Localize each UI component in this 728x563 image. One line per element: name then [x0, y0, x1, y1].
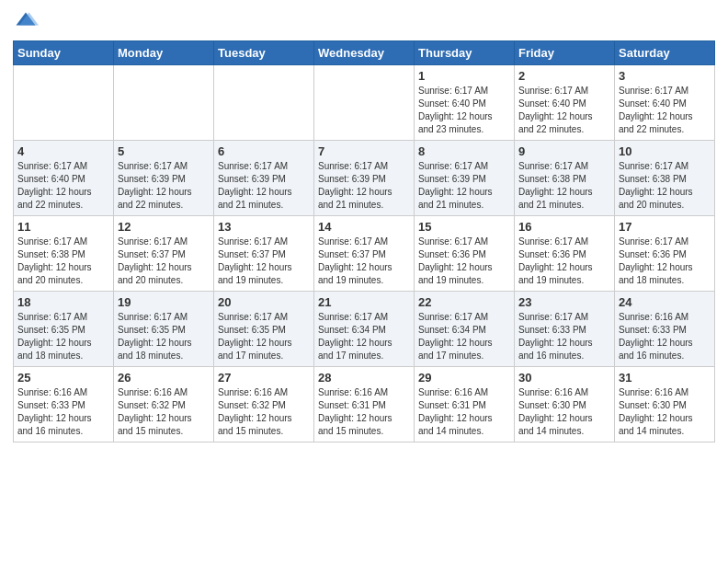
day-number: 30	[518, 371, 610, 385]
day-number: 7	[318, 144, 410, 158]
day-number: 1	[418, 69, 510, 83]
week-row-4: 25Sunrise: 6:16 AM Sunset: 6:33 PM Dayli…	[14, 367, 715, 442]
day-info: Sunrise: 6:17 AM Sunset: 6:36 PM Dayligh…	[518, 236, 610, 287]
empty-cell	[314, 65, 415, 141]
day-number: 24	[619, 295, 711, 309]
header	[13, 9, 715, 35]
day-number: 20	[218, 295, 310, 309]
day-info: Sunrise: 6:17 AM Sunset: 6:40 PM Dayligh…	[418, 85, 510, 136]
week-row-0: 1Sunrise: 6:17 AM Sunset: 6:40 PM Daylig…	[14, 65, 715, 141]
day-info: Sunrise: 6:17 AM Sunset: 6:40 PM Dayligh…	[518, 85, 610, 136]
day-info: Sunrise: 6:17 AM Sunset: 6:39 PM Dayligh…	[418, 160, 510, 212]
day-info: Sunrise: 6:17 AM Sunset: 6:36 PM Dayligh…	[418, 236, 510, 287]
logo-icon	[13, 9, 39, 35]
day-info: Sunrise: 6:17 AM Sunset: 6:40 PM Dayligh…	[619, 85, 711, 136]
day-cell-21: 21Sunrise: 6:17 AM Sunset: 6:34 PM Dayli…	[314, 292, 415, 367]
day-info: Sunrise: 6:17 AM Sunset: 6:35 PM Dayligh…	[17, 311, 109, 362]
day-number: 5	[118, 144, 210, 158]
day-info: Sunrise: 6:16 AM Sunset: 6:33 PM Dayligh…	[17, 386, 109, 438]
day-info: Sunrise: 6:17 AM Sunset: 6:39 PM Dayligh…	[118, 160, 210, 212]
day-number: 21	[318, 295, 410, 309]
day-cell-11: 11Sunrise: 6:17 AM Sunset: 6:38 PM Dayli…	[14, 216, 114, 292]
day-number: 14	[318, 220, 410, 234]
day-cell-6: 6Sunrise: 6:17 AM Sunset: 6:39 PM Daylig…	[214, 141, 314, 216]
weekday-friday: Friday	[515, 41, 615, 65]
day-number: 18	[17, 295, 109, 309]
week-row-2: 11Sunrise: 6:17 AM Sunset: 6:38 PM Dayli…	[14, 216, 715, 292]
day-info: Sunrise: 6:16 AM Sunset: 6:30 PM Dayligh…	[518, 386, 610, 438]
weekday-monday: Monday	[114, 41, 214, 65]
day-info: Sunrise: 6:16 AM Sunset: 6:31 PM Dayligh…	[318, 386, 410, 438]
week-row-3: 18Sunrise: 6:17 AM Sunset: 6:35 PM Dayli…	[14, 292, 715, 367]
day-cell-2: 2Sunrise: 6:17 AM Sunset: 6:40 PM Daylig…	[515, 65, 615, 141]
day-number: 13	[218, 220, 310, 234]
day-info: Sunrise: 6:17 AM Sunset: 6:38 PM Dayligh…	[619, 160, 711, 212]
empty-cell	[114, 65, 214, 141]
day-cell-30: 30Sunrise: 6:16 AM Sunset: 6:30 PM Dayli…	[515, 367, 615, 442]
day-cell-4: 4Sunrise: 6:17 AM Sunset: 6:40 PM Daylig…	[14, 141, 114, 216]
day-cell-12: 12Sunrise: 6:17 AM Sunset: 6:37 PM Dayli…	[114, 216, 214, 292]
day-info: Sunrise: 6:16 AM Sunset: 6:31 PM Dayligh…	[418, 386, 510, 438]
weekday-saturday: Saturday	[615, 41, 715, 65]
day-cell-31: 31Sunrise: 6:16 AM Sunset: 6:30 PM Dayli…	[615, 367, 715, 442]
day-cell-27: 27Sunrise: 6:16 AM Sunset: 6:32 PM Dayli…	[214, 367, 314, 442]
day-info: Sunrise: 6:17 AM Sunset: 6:34 PM Dayligh…	[318, 311, 410, 362]
day-info: Sunrise: 6:17 AM Sunset: 6:39 PM Dayligh…	[218, 160, 310, 212]
week-row-1: 4Sunrise: 6:17 AM Sunset: 6:40 PM Daylig…	[14, 141, 715, 216]
day-cell-3: 3Sunrise: 6:17 AM Sunset: 6:40 PM Daylig…	[615, 65, 715, 141]
day-number: 28	[318, 371, 410, 385]
day-number: 26	[118, 371, 210, 385]
day-number: 17	[619, 220, 711, 234]
day-cell-9: 9Sunrise: 6:17 AM Sunset: 6:38 PM Daylig…	[515, 141, 615, 216]
day-number: 27	[218, 371, 310, 385]
day-number: 6	[218, 144, 310, 158]
day-cell-13: 13Sunrise: 6:17 AM Sunset: 6:37 PM Dayli…	[214, 216, 314, 292]
weekday-thursday: Thursday	[415, 41, 515, 65]
day-number: 22	[418, 295, 510, 309]
empty-cell	[214, 65, 314, 141]
day-number: 4	[17, 144, 109, 158]
day-info: Sunrise: 6:16 AM Sunset: 6:32 PM Dayligh…	[118, 386, 210, 438]
day-cell-23: 23Sunrise: 6:17 AM Sunset: 6:33 PM Dayli…	[515, 292, 615, 367]
day-info: Sunrise: 6:17 AM Sunset: 6:37 PM Dayligh…	[318, 236, 410, 287]
day-info: Sunrise: 6:17 AM Sunset: 6:40 PM Dayligh…	[17, 160, 109, 212]
day-info: Sunrise: 6:17 AM Sunset: 6:33 PM Dayligh…	[518, 311, 610, 362]
weekday-header-row: SundayMondayTuesdayWednesdayThursdayFrid…	[14, 41, 715, 65]
day-info: Sunrise: 6:17 AM Sunset: 6:39 PM Dayligh…	[318, 160, 410, 212]
day-number: 31	[619, 371, 711, 385]
weekday-wednesday: Wednesday	[314, 41, 415, 65]
day-cell-14: 14Sunrise: 6:17 AM Sunset: 6:37 PM Dayli…	[314, 216, 415, 292]
day-cell-5: 5Sunrise: 6:17 AM Sunset: 6:39 PM Daylig…	[114, 141, 214, 216]
day-info: Sunrise: 6:17 AM Sunset: 6:35 PM Dayligh…	[118, 311, 210, 362]
day-number: 23	[518, 295, 610, 309]
weekday-sunday: Sunday	[14, 41, 114, 65]
day-number: 16	[518, 220, 610, 234]
day-number: 9	[518, 144, 610, 158]
day-cell-29: 29Sunrise: 6:16 AM Sunset: 6:31 PM Dayli…	[415, 367, 515, 442]
day-cell-22: 22Sunrise: 6:17 AM Sunset: 6:34 PM Dayli…	[415, 292, 515, 367]
day-info: Sunrise: 6:16 AM Sunset: 6:33 PM Dayligh…	[619, 311, 711, 362]
day-number: 10	[619, 144, 711, 158]
day-cell-8: 8Sunrise: 6:17 AM Sunset: 6:39 PM Daylig…	[415, 141, 515, 216]
day-number: 3	[619, 69, 711, 83]
page: SundayMondayTuesdayWednesdayThursdayFrid…	[0, 0, 728, 563]
day-number: 8	[418, 144, 510, 158]
day-number: 11	[17, 220, 109, 234]
day-number: 19	[118, 295, 210, 309]
day-number: 29	[418, 371, 510, 385]
day-info: Sunrise: 6:16 AM Sunset: 6:32 PM Dayligh…	[218, 386, 310, 438]
day-info: Sunrise: 6:17 AM Sunset: 6:38 PM Dayligh…	[518, 160, 610, 212]
calendar: SundayMondayTuesdayWednesdayThursdayFrid…	[13, 40, 715, 442]
day-number: 2	[518, 69, 610, 83]
day-info: Sunrise: 6:17 AM Sunset: 6:34 PM Dayligh…	[418, 311, 510, 362]
day-info: Sunrise: 6:17 AM Sunset: 6:36 PM Dayligh…	[619, 236, 711, 287]
day-info: Sunrise: 6:17 AM Sunset: 6:37 PM Dayligh…	[118, 236, 210, 287]
day-cell-25: 25Sunrise: 6:16 AM Sunset: 6:33 PM Dayli…	[14, 367, 114, 442]
day-info: Sunrise: 6:17 AM Sunset: 6:38 PM Dayligh…	[17, 236, 109, 287]
day-number: 12	[118, 220, 210, 234]
day-cell-15: 15Sunrise: 6:17 AM Sunset: 6:36 PM Dayli…	[415, 216, 515, 292]
day-info: Sunrise: 6:17 AM Sunset: 6:35 PM Dayligh…	[218, 311, 310, 362]
day-cell-17: 17Sunrise: 6:17 AM Sunset: 6:36 PM Dayli…	[615, 216, 715, 292]
day-cell-7: 7Sunrise: 6:17 AM Sunset: 6:39 PM Daylig…	[314, 141, 415, 216]
logo	[13, 9, 40, 35]
